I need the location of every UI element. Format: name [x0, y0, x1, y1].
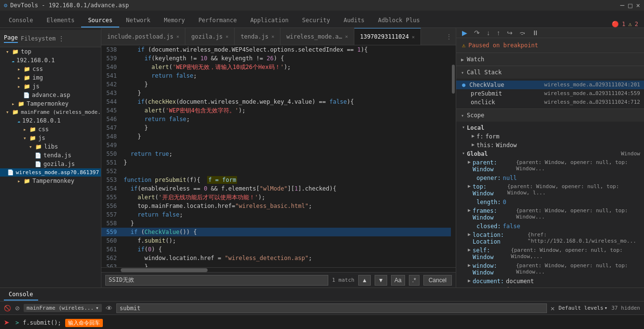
tree-item-libs[interactable]: ▾ 📁 libs	[0, 142, 101, 151]
minimize-btn[interactable]: ─	[620, 1, 624, 9]
tree-item-top[interactable]: ▾ 📁 top	[0, 47, 101, 56]
search-cancel-btn[interactable]: Cancel	[423, 275, 452, 286]
watch-header[interactable]: ▶ Watch	[456, 53, 644, 66]
code-scroll[interactable]: 538 if (document.wireless_mode.WEP4Selec…	[101, 45, 456, 267]
tree-item-tampermonkey-1[interactable]: ▸ 📁 Tampermonkey	[0, 99, 101, 108]
file-tree-header: Page Filesystem ⋮	[0, 30, 101, 47]
search-next-btn[interactable]: ▼	[375, 275, 387, 286]
frame-label: mainFrame (wireles...	[27, 305, 94, 311]
code-hscroll[interactable]	[101, 267, 456, 272]
code-line-558: 558 }	[101, 219, 451, 228]
maximize-btn[interactable]: □	[628, 1, 632, 9]
pause-btn[interactable]: ⏸	[530, 28, 541, 38]
code-vscroll-thumb[interactable]	[452, 65, 455, 94]
tree-item-192-1[interactable]: ☁ 192.168.0.1	[0, 56, 101, 65]
file-icon: 📄	[7, 169, 14, 176]
step-out-btn[interactable]: ↑	[495, 28, 502, 38]
tab-sources[interactable]: Sources	[81, 14, 119, 27]
code-line-557: 557 return false;	[101, 210, 451, 219]
tree-item-css-2[interactable]: ▸ 📁 css	[0, 125, 101, 134]
tree-item-advance[interactable]: 📄 advance.asp	[0, 91, 101, 99]
code-vscroll[interactable]	[451, 45, 456, 267]
page-tab[interactable]: Page	[4, 34, 18, 43]
tree-item-192-2[interactable]: ☁ 192.168.0.1	[0, 116, 101, 125]
level-selector[interactable]: Default levels ▾	[559, 305, 607, 311]
step-over-btn[interactable]: ↷	[472, 28, 482, 38]
chevron-down-icon: ▾	[604, 305, 608, 311]
code-panel: include.postload.js ✕ gozila.js ✕ tenda.…	[101, 28, 456, 288]
tree-item-wireless-mode[interactable]: 📄 wireless_mode.asp?0.861397	[0, 168, 101, 177]
tab-performance[interactable]: Performance	[192, 14, 243, 27]
tree-item-tenda[interactable]: 📄 tenda.js	[0, 151, 101, 160]
console-filter-btn[interactable]: ⊘	[15, 305, 20, 312]
callstack-header[interactable]: ▾ Call Stack	[456, 66, 644, 79]
file-tab-active[interactable]: 13970293111024 ✕	[354, 28, 421, 45]
console-tab[interactable]: Console	[4, 289, 38, 301]
match-case-btn[interactable]: Aa	[391, 275, 405, 286]
active-frame-indicator: ●	[462, 82, 465, 88]
console-filter-input[interactable]	[116, 303, 547, 313]
global-label: Global	[467, 151, 488, 157]
scope-header[interactable]: ▾ Scope	[456, 109, 644, 122]
close-icon[interactable]: ✕	[176, 34, 179, 39]
folder-icon: ▾ 📁	[6, 109, 19, 115]
tabs-more-icon[interactable]: ⋮	[446, 33, 452, 40]
close-icon[interactable]: ✕	[271, 34, 274, 39]
filesystem-tab[interactable]: Filesystem	[21, 35, 56, 42]
search-input[interactable]	[105, 275, 328, 286]
scope-this[interactable]: ▶ this: Window	[456, 141, 644, 150]
file-tab-include[interactable]: include.postload.js ✕	[101, 28, 185, 45]
filter-clear-icon[interactable]: ✕	[551, 304, 555, 312]
resume-btn[interactable]: ▶	[460, 28, 469, 38]
clear-console-btn[interactable]: 🚫	[4, 305, 11, 312]
tab-console[interactable]: Console	[2, 14, 40, 27]
close-icon[interactable]: ✕	[345, 34, 348, 39]
regex-btn[interactable]: .*	[409, 275, 420, 286]
tree-item-css-1[interactable]: ▸ 📁 css	[0, 65, 101, 73]
code-line-548: 548 }	[101, 132, 451, 141]
tab-audits[interactable]: Audits	[337, 14, 371, 27]
console-output: ➤ > f.submit(); 输入命令回车	[0, 315, 644, 329]
deactivate-btn[interactable]: ⤼	[518, 28, 527, 38]
close-icon[interactable]: ✕	[412, 34, 415, 40]
tab-elements[interactable]: Elements	[40, 14, 82, 27]
code-line-547: 547 }	[101, 123, 451, 132]
scope-top: ▶ top: Window {parent: Window, opener: n…	[456, 182, 644, 198]
folder-icon: ▾ 📁	[23, 135, 36, 141]
callstack-item-onclick[interactable]: onclick wireless_mode.a…0293111024:712	[456, 98, 644, 107]
file-tab-wireless[interactable]: wireless_mode.a… ✕	[280, 28, 354, 45]
title-controls[interactable]: ─ □ ×	[620, 1, 640, 9]
scope-global-header[interactable]: ▾ Global Window	[456, 150, 644, 158]
tree-item-mainframe[interactable]: ▾ 📁 mainFrame (wireless_mode.asp)	[0, 108, 101, 116]
step-into-btn[interactable]: ↓	[485, 28, 492, 38]
callstack-item-checkvalue[interactable]: ● CheckValue wireless_mode.a…0293111024:…	[456, 81, 644, 89]
tab-security[interactable]: Security	[295, 14, 337, 27]
tree-more-btn[interactable]: ⋮	[58, 35, 64, 42]
code-hscroll-thumb[interactable]	[121, 268, 208, 272]
tree-item-tampermonkey-2[interactable]: ▸ 📁 Tampermonkey	[0, 177, 101, 185]
console-tab-bar: Console	[0, 288, 644, 302]
tab-network[interactable]: Network	[119, 14, 157, 27]
frame-selector[interactable]: mainFrame (wireles... ▾	[24, 304, 102, 312]
scope-local-header[interactable]: ▾ Local	[456, 123, 644, 132]
console-hint: 输入命令回车	[65, 319, 103, 327]
tab-application[interactable]: Application	[243, 14, 295, 27]
tab-adblock[interactable]: Adblock Plus	[371, 14, 427, 27]
title-bar: ⚙ DevTools - 192.168.0.1/advance.asp ─ □…	[0, 0, 644, 11]
tree-item-js-1[interactable]: ▸ 📁 js	[0, 82, 101, 91]
tree-item-js-2[interactable]: ▾ 📁 js	[0, 134, 101, 142]
file-tab-gozila[interactable]: gozila.js ✕	[185, 28, 235, 45]
tree-item-gozila[interactable]: 📄 gozila.js	[0, 160, 101, 168]
callstack-item-presubmit[interactable]: preSubmit wireless_mode.a…0293111024:559	[456, 89, 644, 98]
scope-f[interactable]: ▶ f: form	[456, 132, 644, 141]
step-btn[interactable]: ↪	[505, 28, 515, 38]
watch-label: Watch	[467, 56, 484, 63]
search-prev-btn[interactable]: ▲	[358, 275, 371, 286]
tree-item-img[interactable]: ▸ 📁 img	[0, 73, 101, 82]
file-tab-tenda[interactable]: tenda.js ✕	[235, 28, 280, 45]
tab-memory[interactable]: Memory	[157, 14, 192, 27]
eye-icon[interactable]: 👁	[106, 304, 112, 312]
close-btn[interactable]: ×	[636, 1, 640, 9]
close-icon[interactable]: ✕	[225, 34, 228, 39]
file-tab-label: 13970293111024	[360, 33, 409, 40]
